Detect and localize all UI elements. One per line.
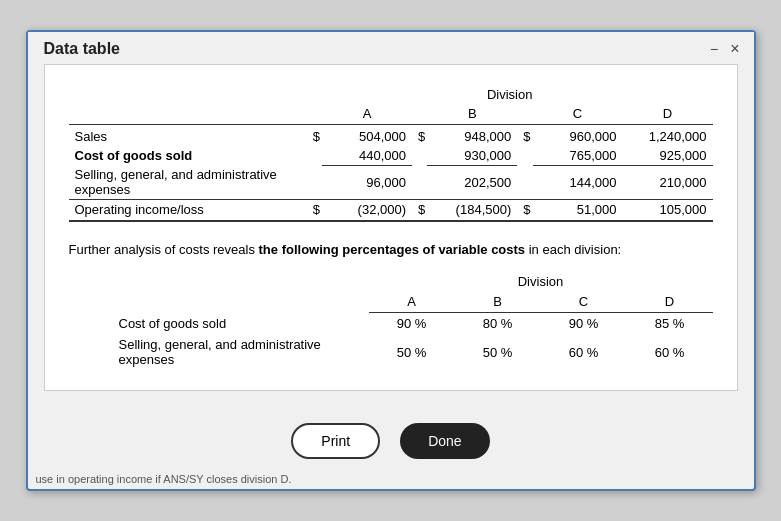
window-title: Data table <box>44 40 120 58</box>
op-c: 51,000 <box>533 200 623 222</box>
sub-sga-row: Selling, general, and administrative exp… <box>109 334 713 370</box>
sales-label: Sales <box>69 124 307 146</box>
op-a: (32,000) <box>322 200 412 222</box>
col-header-a: A <box>322 104 412 125</box>
sub-cogs-d: 85 % <box>627 313 713 335</box>
note-highlight: the following percentages of variable co… <box>259 242 526 257</box>
bottom-bar: use in operating income if ANS/SY closes… <box>28 471 754 489</box>
op-dollar-c: $ <box>517 200 532 222</box>
window-controls: − × <box>708 41 742 57</box>
sga-b: 202,500 <box>427 165 517 200</box>
sub-cogs-row: Cost of goods sold 90 % 80 % 90 % 85 % <box>109 313 713 335</box>
op-dollar-b: $ <box>412 200 427 222</box>
sales-b: 948,000 <box>427 124 517 146</box>
cogs-row: Cost of goods sold 440,000 930,000 765,0… <box>69 146 713 166</box>
col-header-b: B <box>427 104 517 125</box>
sub-cogs-b: 80 % <box>455 313 541 335</box>
operating-label: Operating income/loss <box>69 200 307 222</box>
cogs-label: Cost of goods sold <box>69 146 307 166</box>
content-area: Division A B C D Sales $ 50 <box>44 64 738 392</box>
sub-sga-d: 60 % <box>627 334 713 370</box>
cogs-b: 930,000 <box>427 146 517 166</box>
sga-row: Selling, general, and administrative exp… <box>69 165 713 200</box>
done-button[interactable]: Done <box>400 423 489 459</box>
print-button[interactable]: Print <box>291 423 380 459</box>
col-header-c: C <box>533 104 623 125</box>
cogs-d: 925,000 <box>623 146 713 166</box>
sub-table: Division A B C D Cost of goods sold 90 % <box>109 271 713 370</box>
minimize-button[interactable]: − <box>708 42 720 56</box>
sub-sga-label: Selling, general, and administrative exp… <box>109 334 369 370</box>
sub-sga-b: 50 % <box>455 334 541 370</box>
button-row: Print Done <box>28 407 754 471</box>
column-headers: A B C D <box>69 104 713 125</box>
sales-row: Sales $ 504,000 $ 948,000 $ 960,000 1,24… <box>69 124 713 146</box>
sub-sga-c: 60 % <box>541 334 627 370</box>
sub-division-header: Division <box>369 271 713 291</box>
title-bar: Data table − × <box>28 32 754 64</box>
sga-label: Selling, general, and administrative exp… <box>69 165 307 200</box>
operating-row: Operating income/loss $ (32,000) $ (184,… <box>69 200 713 222</box>
sub-col-a: A <box>369 291 455 313</box>
sub-cogs-c: 90 % <box>541 313 627 335</box>
sub-cogs-label: Cost of goods sold <box>109 313 369 335</box>
sub-col-d: D <box>627 291 713 313</box>
sub-col-headers: A B C D <box>109 291 713 313</box>
sga-a: 96,000 <box>322 165 412 200</box>
sales-d: 1,240,000 <box>623 124 713 146</box>
op-b: (184,500) <box>427 200 517 222</box>
sales-a: 504,000 <box>322 124 412 146</box>
cogs-a: 440,000 <box>322 146 412 166</box>
sub-col-c: C <box>541 291 627 313</box>
close-button[interactable]: × <box>728 41 741 57</box>
col-header-d: D <box>623 104 713 125</box>
sub-table-section: Division A B C D Cost of goods sold 90 % <box>69 271 713 370</box>
op-dollar: $ <box>307 200 322 222</box>
sales-dollar: $ <box>307 124 322 146</box>
sub-cogs-a: 90 % <box>369 313 455 335</box>
sales-dollar-c: $ <box>517 124 532 146</box>
sga-c: 144,000 <box>533 165 623 200</box>
sales-c: 960,000 <box>533 124 623 146</box>
main-table: Division A B C D Sales $ 50 <box>69 85 713 223</box>
sub-sga-a: 50 % <box>369 334 455 370</box>
op-d: 105,000 <box>623 200 713 222</box>
cogs-c: 765,000 <box>533 146 623 166</box>
division-header: Division <box>307 85 713 104</box>
sales-dollar-b: $ <box>412 124 427 146</box>
note-text: Further analysis of costs reveals the fo… <box>69 242 713 257</box>
data-table-window: Data table − × Division A B C <box>26 30 756 492</box>
sub-col-b: B <box>455 291 541 313</box>
sga-d: 210,000 <box>623 165 713 200</box>
